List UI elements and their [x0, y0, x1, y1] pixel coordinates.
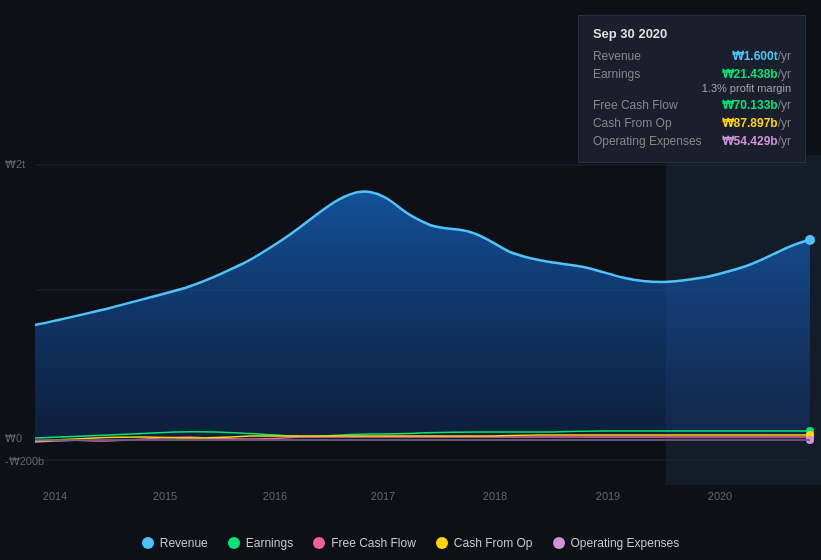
- legend-label-cfo: Cash From Op: [454, 536, 533, 550]
- legend-dot-earnings: [228, 537, 240, 549]
- tooltip-opex-value: ₩54.429b/yr: [722, 134, 791, 148]
- tooltip-opex-row: Operating Expenses ₩54.429b/yr: [593, 134, 791, 148]
- tooltip-cfo-row: Cash From Op ₩87.897b/yr: [593, 116, 791, 130]
- x-label-2018: 2018: [483, 490, 507, 502]
- legend-item-earnings[interactable]: Earnings: [228, 536, 293, 550]
- legend-item-opex[interactable]: Operating Expenses: [553, 536, 680, 550]
- x-label-2017: 2017: [371, 490, 395, 502]
- tooltip-earnings-label: Earnings: [593, 67, 640, 81]
- legend-label-earnings: Earnings: [246, 536, 293, 550]
- svg-point-4: [805, 235, 815, 245]
- legend-item-fcf[interactable]: Free Cash Flow: [313, 536, 416, 550]
- x-label-2014: 2014: [43, 490, 67, 502]
- tooltip-card: Sep 30 2020 Revenue ₩1.600t/yr Earnings …: [578, 15, 806, 163]
- chart-container: ₩2t ₩0 -₩200b 2014 2015 2016 2017 2018 2…: [0, 0, 821, 560]
- legend-dot-revenue: [142, 537, 154, 549]
- y-label-bottom: -₩200b: [5, 455, 44, 468]
- legend-label-opex: Operating Expenses: [571, 536, 680, 550]
- legend-label-revenue: Revenue: [160, 536, 208, 550]
- tooltip-fcf-value: ₩70.133b/yr: [722, 98, 791, 112]
- tooltip-revenue-label: Revenue: [593, 49, 641, 63]
- tooltip-fcf-label: Free Cash Flow: [593, 98, 678, 112]
- legend-item-cfo[interactable]: Cash From Op: [436, 536, 533, 550]
- legend-dot-fcf: [313, 537, 325, 549]
- legend-dot-cfo: [436, 537, 448, 549]
- tooltip-revenue-row: Revenue ₩1.600t/yr: [593, 49, 791, 63]
- tooltip-opex-label: Operating Expenses: [593, 134, 702, 148]
- legend-label-fcf: Free Cash Flow: [331, 536, 416, 550]
- tooltip-earnings-row: Earnings ₩21.438b/yr: [593, 67, 791, 81]
- x-label-2020: 2020: [708, 490, 732, 502]
- tooltip-cfo-label: Cash From Op: [593, 116, 672, 130]
- tooltip-earnings-value: ₩21.438b/yr: [722, 67, 791, 81]
- legend-dot-opex: [553, 537, 565, 549]
- x-label-2015: 2015: [153, 490, 177, 502]
- legend: Revenue Earnings Free Cash Flow Cash Fro…: [0, 536, 821, 550]
- tooltip-profit-margin: 1.3% profit margin: [593, 82, 791, 94]
- x-label-2016: 2016: [263, 490, 287, 502]
- tooltip-cfo-value: ₩87.897b/yr: [722, 116, 791, 130]
- x-label-2019: 2019: [596, 490, 620, 502]
- legend-item-revenue[interactable]: Revenue: [142, 536, 208, 550]
- tooltip-date: Sep 30 2020: [593, 26, 791, 41]
- y-label-mid: ₩0: [5, 432, 22, 445]
- y-label-top: ₩2t: [5, 158, 25, 171]
- tooltip-fcf-row: Free Cash Flow ₩70.133b/yr: [593, 98, 791, 112]
- tooltip-revenue-value: ₩1.600t/yr: [732, 49, 791, 63]
